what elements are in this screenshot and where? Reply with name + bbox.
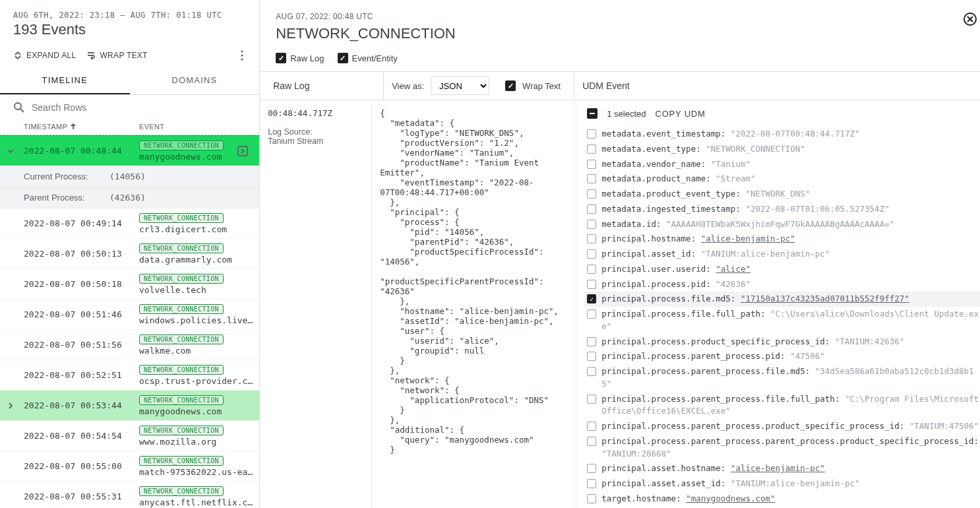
search-input[interactable] <box>32 102 246 113</box>
event-row[interactable]: 2022-08-07 00:54:54NETWORK_CONNECTIONwww… <box>0 421 259 451</box>
udm-row[interactable]: principal.process.product_specific_proce… <box>584 334 980 350</box>
udm-key: principal.process.product_specific_proce… <box>601 336 830 346</box>
event-type-badge: NETWORK_CONNECTION <box>139 304 224 314</box>
tab-timeline[interactable]: TIMELINE <box>0 67 130 94</box>
event-row[interactable]: 2022-08-07 00:51:56NETWORK_CONNECTIONwal… <box>0 330 259 360</box>
event-domain: windows.policies.live… <box>139 315 253 325</box>
select-all-checkbox[interactable] <box>587 108 597 119</box>
udm-checkbox[interactable] <box>587 205 596 214</box>
udm-row[interactable]: metadata.ingested_timestamp: "2022-08-07… <box>584 202 980 217</box>
udm-checkbox[interactable] <box>587 265 596 274</box>
udm-row[interactable]: target.hostname: "manygoodnews.com" <box>584 492 980 507</box>
udm-row[interactable]: principal.process.pid: "42636" <box>584 277 980 292</box>
copy-udm-button[interactable]: COPY UDM <box>655 109 705 119</box>
sh-raw-log: Raw Log <box>265 72 384 100</box>
event-type-badge: NETWORK_CONNECTION <box>139 141 224 150</box>
udm-row[interactable]: metadata.product_event_type: "NETWORK_DN… <box>584 187 980 202</box>
udm-checkbox[interactable] <box>587 367 596 376</box>
expand-icon <box>13 51 22 60</box>
raw-log-json[interactable]: { "metadata": { "logType": "NETWORK_DNS"… <box>372 100 576 508</box>
udm-row[interactable]: principal.asset_id: "TANIUM:alice-benjam… <box>584 247 980 262</box>
udm-value[interactable]: "alice-benjamin-pc" <box>731 463 825 473</box>
udm-row[interactable]: principal.process.parent_process.file.md… <box>584 364 980 392</box>
udm-row[interactable]: principal.process.parent_process.product… <box>584 419 980 434</box>
udm-checkbox[interactable] <box>587 437 596 446</box>
expand-all-button[interactable]: EXPAND ALL <box>13 51 76 60</box>
udm-checkbox[interactable] <box>587 189 596 199</box>
chevron-right-icon[interactable] <box>7 402 24 410</box>
event-timestamp: 2022-08-07 00:48:44 <box>24 146 139 156</box>
event-row[interactable]: 2022-08-07 00:49:14NETWORK_CONNECTIONcrl… <box>0 208 259 239</box>
detail-timestamp: AUG 07, 2022: 00:48 UTC <box>276 12 973 21</box>
toggle-raw-log[interactable]: Raw Log <box>276 53 324 63</box>
chevron-down-icon[interactable] <box>7 147 24 155</box>
udm-row[interactable]: principal.process.parent_process.file.fu… <box>584 392 980 420</box>
udm-checkbox[interactable] <box>587 352 596 361</box>
udm-row[interactable]: principal.process.file.full_path: "C:\Us… <box>584 307 980 334</box>
udm-value[interactable]: "alice" <box>716 264 750 274</box>
udm-checkbox[interactable] <box>587 494 596 503</box>
toggle-wrap-text[interactable]: Wrap Text <box>497 72 568 100</box>
more-menu-button[interactable] <box>238 48 246 63</box>
selected-count: 1 selected <box>607 109 646 119</box>
udm-row[interactable]: principal.asset.asset_id: "TANIUM:alice-… <box>584 476 980 492</box>
udm-checkbox[interactable] <box>587 174 596 183</box>
event-row[interactable]: 2022-08-07 00:53:44NETWORK_CONNECTIONman… <box>0 391 259 421</box>
sh-udm-event: UDM Event <box>574 72 638 100</box>
udm-row[interactable]: metadata.event_type: "NETWORK_CONNECTION… <box>584 142 980 157</box>
udm-value[interactable]: "17150a137c43235ad07011b552f9ff27" <box>741 294 909 303</box>
udm-checkbox[interactable] <box>587 294 596 303</box>
event-row[interactable]: 2022-08-07 00:55:00NETWORK_CONNECTIONmat… <box>0 451 259 482</box>
tab-domains[interactable]: DOMAINS <box>130 67 260 94</box>
event-type-badge: NETWORK_CONNECTION <box>139 334 224 344</box>
close-button[interactable] <box>963 12 977 26</box>
event-row[interactable]: 2022-08-07 00:50:18NETWORK_CONNECTIONvol… <box>0 269 259 300</box>
open-detail-button[interactable] <box>237 145 253 157</box>
udm-row[interactable]: principal.process.parent_process.pid: "4… <box>584 349 980 364</box>
udm-checkbox[interactable] <box>587 309 596 319</box>
current-process-label: Current Process: <box>24 172 109 181</box>
udm-checkbox[interactable] <box>587 422 596 431</box>
col-timestamp[interactable]: TIMESTAMP <box>24 123 139 131</box>
udm-key: metadata.product_name: <box>601 174 711 183</box>
udm-value[interactable]: "alice-benjamin-pc" <box>701 234 795 243</box>
udm-checkbox[interactable] <box>587 464 596 473</box>
udm-key: principal.process.pid: <box>601 279 711 289</box>
udm-row[interactable]: principal.asset.hostname: "alice-benjami… <box>584 461 980 476</box>
toggle-event-entity[interactable]: Event/Entity <box>338 53 398 63</box>
wrap-text-button[interactable]: WRAP TEXT <box>86 51 147 60</box>
udm-row[interactable]: metadata.product_name: "Stream" <box>584 172 980 187</box>
event-row[interactable]: 2022-08-07 00:51:46NETWORK_CONNECTIONwin… <box>0 300 259 330</box>
udm-key: metadata.id: <box>601 219 661 229</box>
udm-checkbox[interactable] <box>587 220 596 229</box>
udm-checkbox[interactable] <box>587 234 596 243</box>
udm-checkbox[interactable] <box>587 160 596 169</box>
svg-point-0 <box>241 50 243 52</box>
current-process-row: Current Process:(14056) <box>0 166 259 187</box>
udm-checkbox[interactable] <box>587 479 596 488</box>
event-row[interactable]: 2022-08-07 00:52:51NETWORK_CONNECTIONocs… <box>0 360 259 391</box>
udm-row[interactable]: principal.hostname: "alice-benjamin-pc" <box>584 232 980 247</box>
format-select[interactable]: JSON <box>431 77 489 95</box>
udm-row[interactable]: principal.process.file.md5: "17150a137c4… <box>584 292 980 307</box>
event-domain: manygoodnews.com <box>139 152 237 162</box>
event-domain: volvelle.tech <box>139 285 253 295</box>
udm-value[interactable]: "manygoodnews.com" <box>686 493 775 503</box>
udm-row[interactable]: metadata.event_timestamp: "2022-08-07T00… <box>584 127 980 142</box>
udm-checkbox[interactable] <box>587 249 596 259</box>
event-row[interactable]: 2022-08-07 00:50:13NETWORK_CONNECTIONdat… <box>0 239 259 269</box>
udm-row[interactable]: metadata.vendor_name: "Tanium" <box>584 157 980 172</box>
event-domain: match-975362022.us-ea… <box>139 467 253 477</box>
event-row[interactable]: 2022-08-07 00:55:31NETWORK_CONNECTIONany… <box>0 482 259 508</box>
udm-row[interactable]: principal.process.parent_process.parent_… <box>584 434 980 462</box>
event-row[interactable]: 2022-08-07 00:48:44NETWORK_CONNECTIONman… <box>0 135 259 166</box>
udm-checkbox[interactable] <box>587 129 596 139</box>
udm-checkbox[interactable] <box>587 337 596 346</box>
udm-checkbox[interactable] <box>587 395 596 404</box>
col-event[interactable]: EVENT <box>139 123 246 131</box>
udm-row[interactable]: metadata.id: "AAAAAH8TEWbaK5WxjhimFqwF7G… <box>584 217 980 232</box>
udm-row[interactable]: principal.user.userid: "alice" <box>584 262 980 277</box>
event-list[interactable]: 2022-08-07 00:48:44NETWORK_CONNECTIONman… <box>0 135 259 508</box>
udm-checkbox[interactable] <box>587 144 596 154</box>
udm-checkbox[interactable] <box>587 280 596 289</box>
